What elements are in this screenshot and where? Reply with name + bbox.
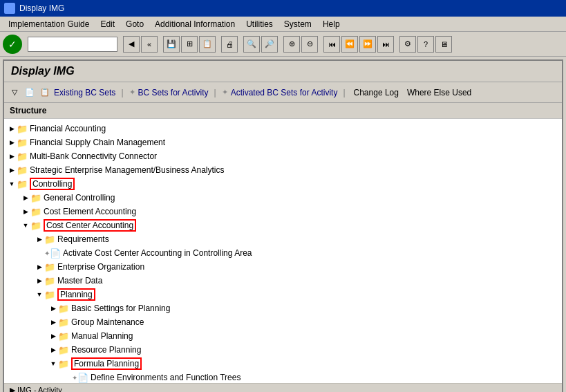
tree-icon-activate-cost-center: 📄 bbox=[50, 248, 61, 259]
tree-toggle-formula-planning[interactable]: ▼ bbox=[48, 359, 58, 368]
collapse-button[interactable]: ⊖ bbox=[301, 36, 318, 53]
tree-toggle-requirements[interactable]: ▶ bbox=[35, 234, 44, 244]
tree-item-financial-supply-chain[interactable]: ▶📁Financial Supply Chain Management bbox=[4, 136, 562, 149]
forward-button[interactable]: « bbox=[141, 36, 158, 53]
tree-icon-general-controlling: 📁 bbox=[30, 193, 41, 203]
toolbar: ✓ « 💾 ⊞ 📋 🖨 🔍 🔎 ⊕ ⊖ ⏮ ⏪ ⏩ ⏭ ⚙ ? 🖥 bbox=[0, 32, 566, 57]
img-activity-text: ▶ IMG - Activity bbox=[10, 386, 62, 392]
tree-toggle-activate-cost-center[interactable] bbox=[35, 248, 44, 258]
first-button[interactable]: ⏮ bbox=[323, 36, 340, 53]
title-bar: Display IMG bbox=[0, 0, 566, 17]
tree-toggle-enterprise-organization[interactable]: ▶ bbox=[35, 262, 44, 272]
highlight-box-formula-planning: Formula Planning bbox=[71, 357, 142, 370]
tree-toggle-group-maintenance[interactable]: ▶ bbox=[48, 317, 58, 327]
tree-icon-basic-settings: 📁 bbox=[58, 304, 69, 314]
confirm-button[interactable]: ✓ bbox=[3, 35, 22, 54]
tree-item-general-controlling[interactable]: ▶📁General Controlling bbox=[4, 191, 562, 205]
shortcut-button[interactable]: ⊞ bbox=[181, 36, 198, 53]
existing-bc-sets-link[interactable]: Existing BC Sets bbox=[54, 88, 115, 97]
tree-item-resource-planning[interactable]: ▶📁Resource Planning bbox=[4, 343, 562, 357]
tree-item-strategic-enterprise[interactable]: ▶📁Strategic Enterprise Management/Busine… bbox=[4, 163, 562, 177]
tree-toggle-financial-supply-chain[interactable]: ▶ bbox=[7, 138, 17, 147]
tree-toggle-multi-bank[interactable]: ▶ bbox=[7, 151, 17, 161]
tree-toggle-general-controlling[interactable]: ▶ bbox=[21, 193, 30, 203]
tree-item-controlling[interactable]: ▼📁Controlling bbox=[4, 177, 562, 191]
monitor-button[interactable]: 🖥 bbox=[435, 36, 452, 53]
menu-goto[interactable]: Goto bbox=[120, 18, 149, 30]
tree-toggle-financial-accounting[interactable]: ▶ bbox=[7, 124, 17, 133]
bcsets-icon-3[interactable]: 📋 bbox=[39, 86, 51, 99]
activated-bc-sets-link[interactable]: Activated BC Sets for Activity bbox=[231, 88, 338, 97]
tree-item-manual-planning[interactable]: ▶📁Manual Planning bbox=[4, 329, 562, 343]
tree-toggle-define-environments[interactable] bbox=[62, 373, 72, 382]
tree-icon-multi-bank: 📁 bbox=[17, 151, 28, 162]
local-clipboard-button[interactable]: 📋 bbox=[199, 36, 216, 53]
tree-item-formula-planning[interactable]: ▼📁Formula Planning bbox=[4, 357, 562, 371]
menu-edit[interactable]: Edit bbox=[95, 18, 120, 30]
tree-icon-group-maintenance: 📁 bbox=[58, 317, 69, 328]
structure-label: Structure bbox=[4, 103, 562, 119]
tree-label-resource-planning: Resource Planning bbox=[71, 345, 141, 355]
tree-toggle-master-data[interactable]: ▶ bbox=[35, 276, 44, 286]
bcsets-icon-1[interactable]: ▽ bbox=[8, 86, 21, 99]
tree-icon-resource-planning: 📁 bbox=[58, 345, 69, 355]
tree-label-strategic-enterprise: Strategic Enterprise Management/Business… bbox=[30, 165, 224, 175]
star-icon-define-environments: ✦ bbox=[72, 374, 77, 382]
tree-item-group-maintenance[interactable]: ▶📁Group Maintenance bbox=[4, 315, 562, 329]
tree-toggle-basic-settings[interactable]: ▶ bbox=[48, 304, 58, 313]
bcsets-icon-2[interactable]: 📄 bbox=[23, 86, 36, 99]
tree-toggle-planning[interactable]: ▼ bbox=[35, 290, 44, 299]
prev-button[interactable]: ⏪ bbox=[341, 36, 358, 53]
menu-help[interactable]: Help bbox=[317, 18, 346, 30]
tree-item-planning[interactable]: ▼📁Planning bbox=[4, 288, 562, 301]
where-else-used-button[interactable]: Where Else Used bbox=[404, 86, 474, 99]
img-activity-bar: ▶ IMG - Activity bbox=[4, 383, 562, 392]
menu-system[interactable]: System bbox=[279, 18, 317, 30]
tree-item-basic-settings[interactable]: ▶📁Basic Settings for Planning bbox=[4, 301, 562, 315]
tree-item-define-environments[interactable]: ✦ 📄Define Environments and Function Tree… bbox=[4, 371, 562, 383]
tree-toggle-controlling[interactable]: ▼ bbox=[7, 179, 17, 189]
change-log-button[interactable]: Change Log bbox=[351, 86, 402, 99]
tree-item-requirements[interactable]: ▶📁Requirements bbox=[4, 232, 562, 246]
tree-icon-enterprise-organization: 📁 bbox=[44, 262, 55, 272]
tree-toggle-cost-center-accounting[interactable]: ▼ bbox=[21, 221, 30, 230]
menu-implementation-guide[interactable]: Implementation Guide bbox=[3, 18, 95, 30]
tree-label-enterprise-organization: Enterprise Organization bbox=[57, 262, 144, 272]
tree-item-cost-center-accounting[interactable]: ▼📁Cost Center Accounting bbox=[4, 218, 562, 232]
find-button[interactable]: 🔍 bbox=[243, 36, 260, 53]
last-button[interactable]: ⏭ bbox=[377, 36, 394, 53]
tree-area[interactable]: ▶📁Financial Accounting▶📁Financial Supply… bbox=[4, 119, 562, 383]
menu-bar: Implementation Guide Edit Goto Additiona… bbox=[0, 17, 566, 32]
menu-additional-information[interactable]: Additional Information bbox=[149, 18, 240, 30]
title-bar-text: Display IMG bbox=[19, 3, 64, 13]
tree-toggle-cost-element-accounting[interactable]: ▶ bbox=[21, 207, 30, 216]
tree-label-financial-accounting: Financial Accounting bbox=[30, 124, 106, 133]
tree-item-master-data[interactable]: ▶📁Master Data bbox=[4, 274, 562, 288]
highlight-box-planning: Planning bbox=[57, 288, 95, 301]
print-button[interactable]: 🖨 bbox=[221, 36, 238, 53]
tree-toggle-resource-planning[interactable]: ▶ bbox=[48, 345, 58, 355]
tree-icon-controlling: 📁 bbox=[17, 179, 28, 189]
tree-item-activate-cost-center[interactable]: ✦ 📄Activate Cost Center Accounting in Co… bbox=[4, 246, 562, 260]
menu-utilities[interactable]: Utilities bbox=[240, 18, 279, 30]
command-input[interactable] bbox=[28, 37, 117, 52]
find-next-button[interactable]: 🔎 bbox=[261, 36, 278, 53]
settings-button[interactable]: ⚙ bbox=[399, 36, 416, 53]
tree-label-requirements: Requirements bbox=[57, 234, 109, 244]
tree-item-financial-accounting[interactable]: ▶📁Financial Accounting bbox=[4, 122, 562, 136]
expand-button[interactable]: ⊕ bbox=[283, 36, 300, 53]
tree-label-general-controlling: General Controlling bbox=[44, 193, 115, 203]
tree-label-cost-element-accounting: Cost Element Accounting bbox=[44, 207, 136, 216]
save-button[interactable]: 💾 bbox=[163, 36, 180, 53]
tree-item-multi-bank[interactable]: ▶📁Multi-Bank Connectivity Connector bbox=[4, 149, 562, 163]
next-button[interactable]: ⏩ bbox=[359, 36, 376, 53]
tree-toggle-manual-planning[interactable]: ▶ bbox=[48, 331, 58, 341]
display-img-header: Display IMG bbox=[4, 61, 562, 82]
back-button[interactable] bbox=[123, 36, 140, 53]
tree-item-enterprise-organization[interactable]: ▶📁Enterprise Organization bbox=[4, 260, 562, 274]
tree-item-cost-element-accounting[interactable]: ▶📁Cost Element Accounting bbox=[4, 205, 562, 218]
tree-icon-cost-element-accounting: 📁 bbox=[30, 207, 41, 217]
bc-sets-for-activity-link[interactable]: BC Sets for Activity bbox=[138, 88, 209, 97]
help-button[interactable]: ? bbox=[417, 36, 434, 53]
tree-toggle-strategic-enterprise[interactable]: ▶ bbox=[7, 165, 17, 175]
